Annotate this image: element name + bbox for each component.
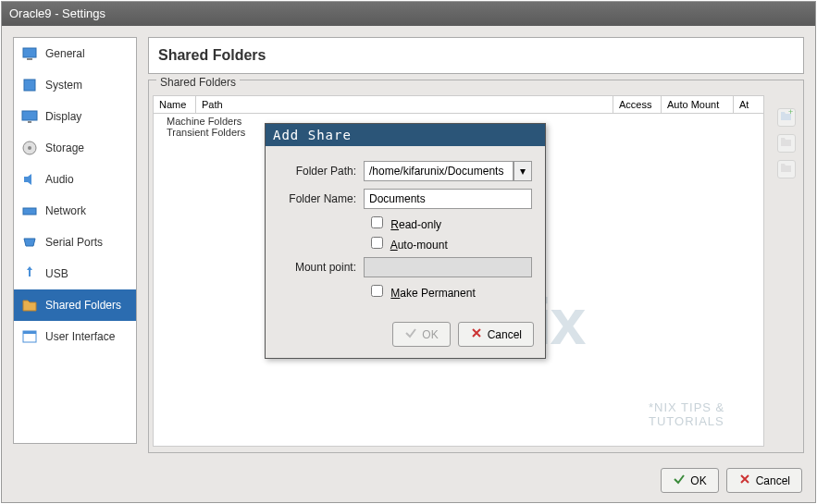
col-name[interactable]: Name [154, 96, 196, 113]
sidebar-item-display[interactable]: Display [14, 101, 136, 132]
permanent-checkbox[interactable] [371, 285, 383, 297]
folder-name-input[interactable] [364, 189, 532, 209]
svg-point-6 [28, 146, 31, 150]
monitor-icon [21, 108, 38, 125]
sidebar-item-system[interactable]: System [14, 69, 136, 101]
ok-label: OK [690, 474, 706, 487]
network-icon [21, 203, 38, 219]
cancel-label: Cancel [756, 474, 790, 487]
chip-icon [21, 77, 38, 93]
usb-icon [21, 265, 38, 282]
add-share-dialog: Add Share Folder Path: ▾ Folder Name: [265, 123, 546, 359]
sidebar: General System Display Storage Audio Net… [13, 37, 137, 444]
folder-path-label: Folder Path: [279, 165, 364, 178]
side-buttons: + [777, 108, 796, 178]
sidebar-item-usb[interactable]: USB [14, 258, 136, 289]
row-permanent: Make Permanent [279, 285, 532, 300]
readonly-checkbox-label[interactable]: Read-only [371, 218, 441, 231]
ok-button[interactable]: OK [661, 468, 718, 493]
sidebar-item-label: Serial Ports [45, 236, 103, 249]
sidebar-item-label: System [45, 79, 82, 92]
col-automount[interactable]: Auto Mount [662, 96, 734, 113]
svg-rect-9 [23, 331, 36, 334]
col-access[interactable]: Access [613, 96, 662, 113]
sidebar-item-label: Audio [45, 173, 74, 186]
dialog-body: Folder Path: ▾ Folder Name: Read-only [266, 146, 545, 314]
folder-edit-icon [780, 135, 793, 152]
chevron-down-icon: ▾ [520, 165, 526, 178]
automount-text: uto-mount [398, 239, 448, 252]
sidebar-item-network[interactable]: Network [14, 195, 136, 227]
folder-path-combo[interactable]: ▾ [364, 161, 532, 181]
automount-checkbox-label[interactable]: Auto-mount [371, 239, 448, 252]
svg-rect-1 [27, 58, 32, 60]
dialog-cancel-button[interactable]: Cancel [458, 322, 534, 347]
row-folder-name: Folder Name: [279, 189, 532, 209]
sidebar-item-shared-folders[interactable]: Shared Folders [14, 289, 136, 321]
footer-buttons: OK Cancel [661, 468, 802, 493]
edit-share-button[interactable] [777, 134, 796, 153]
dialog-cancel-label: Cancel [488, 328, 522, 341]
folder-icon [21, 297, 38, 313]
sidebar-item-label: General [45, 47, 85, 60]
sidebar-item-serial-ports[interactable]: Serial Ports [14, 227, 136, 258]
readonly-checkbox[interactable] [371, 216, 383, 228]
permanent-checkbox-label[interactable]: Make Permanent [371, 287, 476, 300]
add-share-button[interactable]: + [777, 108, 796, 127]
sidebar-item-storage[interactable]: Storage [14, 132, 136, 164]
page-title: Shared Folders [158, 47, 794, 64]
automount-checkbox[interactable] [371, 237, 383, 249]
permanent-text: ake Permanent [400, 287, 475, 300]
window-title: Oracle9 - Settings [9, 6, 105, 20]
folder-plus-icon: + [780, 109, 793, 126]
col-at[interactable]: At [734, 96, 763, 113]
check-icon [673, 473, 686, 488]
svg-rect-2 [24, 80, 35, 91]
sidebar-item-general[interactable]: General [14, 38, 136, 69]
remove-share-button[interactable] [777, 160, 796, 178]
sidebar-item-label: Storage [45, 141, 84, 154]
disk-icon [21, 140, 38, 156]
watermark-sub: *NIX TIPS & TUTORIALS [649, 400, 763, 428]
row-automount: Auto-mount [279, 237, 532, 252]
folder-path-dropdown-button[interactable]: ▾ [514, 161, 532, 181]
col-path[interactable]: Path [196, 96, 613, 113]
sidebar-item-user-interface[interactable]: User Interface [14, 321, 136, 352]
titlebar: Oracle9 - Settings [2, 2, 815, 26]
mountpoint-input [364, 257, 532, 277]
folder-minus-icon [780, 161, 793, 178]
sidebar-item-label: Network [45, 204, 86, 217]
svg-rect-0 [23, 48, 36, 57]
svg-rect-3 [22, 111, 37, 120]
window-icon [21, 328, 38, 345]
folder-path-input[interactable] [364, 161, 514, 181]
cross-icon [738, 473, 751, 488]
serial-icon [21, 234, 38, 251]
table-header: Name Path Access Auto Mount At [153, 95, 764, 114]
sidebar-item-label: USB [45, 267, 68, 280]
display-monitor-icon [21, 45, 38, 62]
cancel-button[interactable]: Cancel [726, 468, 802, 493]
svg-rect-4 [28, 121, 31, 123]
svg-rect-7 [23, 208, 36, 215]
readonly-text: ead-only [399, 218, 441, 231]
sidebar-item-audio[interactable]: Audio [14, 164, 136, 195]
sidebar-item-label: User Interface [45, 330, 115, 343]
check-icon [404, 326, 417, 342]
row-folder-path: Folder Path: ▾ [279, 161, 532, 181]
sidebar-item-label: Shared Folders [45, 299, 121, 312]
dialog-title: Add Share [266, 124, 545, 146]
dialog-buttons: OK Cancel [266, 314, 545, 358]
speaker-icon [21, 171, 38, 188]
row-mountpoint: Mount point: [279, 257, 532, 277]
row-readonly: Read-only [279, 216, 532, 231]
sidebar-item-label: Display [45, 110, 81, 123]
page-title-box: Shared Folders [148, 37, 804, 74]
groupbox-legend: Shared Folders [156, 76, 240, 89]
cross-icon [470, 326, 483, 342]
dialog-ok-label: OK [422, 328, 438, 341]
mountpoint-label: Mount point: [279, 261, 364, 274]
dialog-ok-button[interactable]: OK [392, 322, 450, 347]
folder-name-label: Folder Name: [279, 192, 364, 205]
svg-text:+: + [788, 109, 793, 117]
